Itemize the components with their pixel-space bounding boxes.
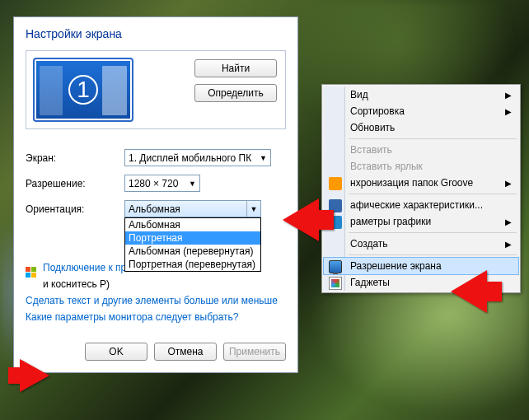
windows-logo-icon [26,267,38,279]
resolution-combobox[interactable]: 1280 × 720 ▼ [124,175,200,192]
submenu-arrow-icon: ▶ [505,179,512,188]
menu-item-paste: Вставить [324,142,518,158]
menu-item-refresh[interactable]: Обновить [324,119,518,136]
groove-icon [329,177,342,190]
cancel-button[interactable]: Отмена [154,343,217,361]
submenu-arrow-icon: ▶ [505,240,512,249]
chevron-down-icon: ▼ [246,201,260,217]
detect-button[interactable]: Найти [194,59,277,77]
menu-item-groove-sync[interactable]: нхронизация папок Groove▶ [324,175,518,191]
orientation-option[interactable]: Портретная [125,231,260,245]
orientation-label: Ориентация: [26,203,124,215]
menu-separator [349,232,517,233]
red-arrow-annotation [283,198,319,241]
menu-separator [349,194,517,194]
projector-subtext: и коснитесь P) [43,278,110,290]
orientation-option[interactable]: Альбомная (перевернутая) [125,245,260,258]
monitor-params-link[interactable]: Какие параметры монитора следует выбрать… [26,311,286,323]
dialog-title: Настройки экрана [14,17,297,45]
submenu-arrow-icon: ▶ [505,91,512,100]
menu-item-sort[interactable]: Сортировка▶ [324,103,518,119]
resolution-value: 1280 × 720 [129,178,178,189]
menu-separator [349,254,517,255]
display-combobox[interactable]: 1. Дисплей мобильного ПК ▼ [124,149,271,166]
menu-item-screen-resolution[interactable]: Разрешение экрана [324,258,518,274]
menu-item-view[interactable]: Вид▶ [324,86,518,103]
monitor-icon [329,260,342,273]
ok-button[interactable]: OK [85,343,147,361]
orientation-dropdown-list[interactable]: АльбомнаяПортретнаяАльбомная (перевернут… [124,217,261,272]
apply-button[interactable]: Применить [223,343,286,361]
orientation-option[interactable]: Портретная (перевернутая) [125,258,260,271]
display-value: 1. Дисплей мобильного ПК [129,152,251,164]
chevron-down-icon: ▼ [185,175,199,191]
screen-settings-dialog: Настройки экрана 1 Найти Определить Экра… [13,16,298,373]
orientation-value: Альбомная [129,203,180,215]
menu-item-create[interactable]: Создать▶ [324,236,518,252]
text-size-link[interactable]: Сделать текст и другие элементы больше и… [26,295,286,306]
resolution-label: Разрешение: [26,178,124,189]
red-arrow-annotation [451,270,487,313]
submenu-arrow-icon: ▶ [505,107,512,116]
menu-item-paste-shortcut: Вставить ярлык [324,158,518,175]
gadget-icon [329,277,342,290]
orientation-combobox[interactable]: Альбомная ▼ [124,200,261,217]
monitor-preview-frame: 1 Найти Определить [26,50,286,129]
orientation-option[interactable]: Альбомная [125,218,260,231]
identify-button[interactable]: Определить [194,84,277,102]
submenu-arrow-icon: ▶ [505,217,512,226]
display-label: Экран: [26,152,124,164]
menu-separator [349,138,517,139]
monitor-thumbnail[interactable]: 1 [35,59,132,120]
monitor-number-badge: 1 [68,75,98,105]
menu-item-graphics-params[interactable]: раметры графики▶ [324,213,518,230]
chevron-down-icon: ▼ [256,150,270,166]
red-arrow-annotation [20,359,49,392]
menu-item-graphics-props[interactable]: афические характеристики... [324,197,518,213]
desktop-context-menu: Вид▶ Сортировка▶ Обновить Вставить Встав… [321,84,521,293]
